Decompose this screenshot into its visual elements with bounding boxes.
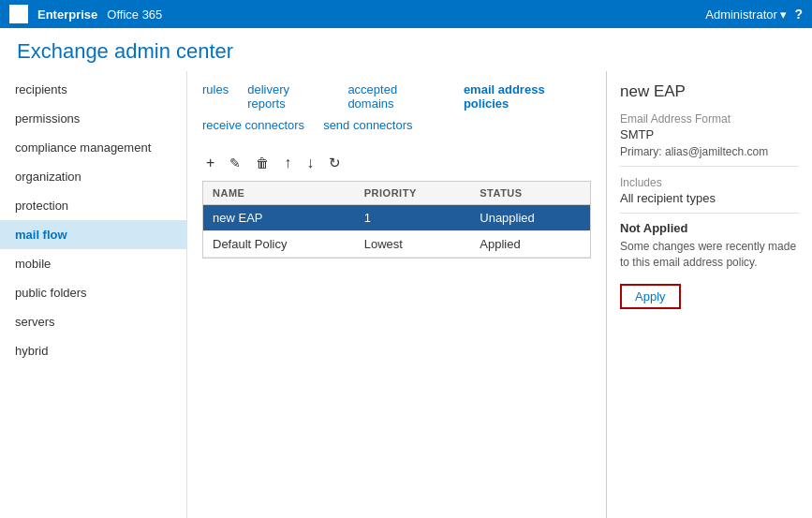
divider1	[620, 166, 799, 167]
sidebar-item-recipients[interactable]: recipients	[0, 75, 186, 104]
office-label: Office 365	[107, 7, 162, 22]
topbar-left: Enterprise Office 365	[9, 5, 162, 23]
tab-email-address-policies[interactable]: email address policies	[464, 81, 591, 112]
row-status: Unapplied	[470, 205, 590, 231]
tab-receive-connectors[interactable]: receive connectors	[202, 116, 304, 134]
help-icon[interactable]: ?	[794, 7, 803, 22]
col-priority: PRIORITY	[355, 182, 471, 205]
email-format-type: SMTP	[620, 127, 799, 141]
sidebar-item-servers[interactable]: servers	[0, 307, 186, 336]
subnav-row1: rules delivery reports accepted domains …	[202, 81, 591, 112]
subnav-row2: receive connectors send connectors	[202, 116, 413, 134]
tab-send-connectors[interactable]: send connectors	[323, 116, 412, 134]
add-button[interactable]: +	[202, 153, 218, 173]
divider2	[620, 213, 799, 214]
delete-button[interactable]: 🗑	[252, 154, 273, 172]
includes-value: All recipient types	[620, 191, 799, 205]
row-status: Applied	[470, 231, 590, 258]
content-main: rules delivery reports accepted domains …	[187, 71, 606, 518]
tab-delivery-reports[interactable]: delivery reports	[247, 81, 329, 112]
email-format-label: Email Address Format	[620, 112, 799, 126]
includes-label: Includes	[620, 176, 799, 189]
table-row[interactable]: new EAP 1 Unapplied	[203, 205, 590, 231]
detail-title: new EAP	[620, 82, 799, 101]
sidebar-item-protection[interactable]: protection	[0, 191, 186, 220]
table-header-row: NAME PRIORITY STATUS	[203, 182, 590, 205]
topbar-right: Administrator ▾ ?	[705, 7, 803, 22]
move-up-button[interactable]: ↑	[280, 153, 295, 173]
svg-rect-1	[20, 7, 26, 13]
sidebar-item-mobile[interactable]: mobile	[0, 249, 186, 278]
page-title: Exchange admin center	[17, 39, 795, 64]
enterprise-label: Enterprise	[37, 7, 97, 22]
edit-button[interactable]: ✎	[226, 154, 244, 172]
tab-rules[interactable]: rules	[202, 81, 229, 112]
app-logo	[9, 5, 28, 23]
topbar: Enterprise Office 365 Administrator ▾ ?	[0, 0, 812, 28]
row-priority: 1	[355, 205, 471, 231]
page-container: Exchange admin center recipients permiss…	[0, 28, 812, 518]
sidebar-item-compliance-management[interactable]: compliance management	[0, 133, 186, 162]
page-header: Exchange admin center	[0, 28, 812, 71]
not-applied-label: Not Applied	[620, 221, 799, 235]
policies-table: NAME PRIORITY STATUS new EAP 1 Unapplied	[203, 182, 590, 258]
admin-label[interactable]: Administrator ▾	[705, 7, 787, 22]
sidebar-item-hybrid[interactable]: hybrid	[0, 336, 186, 365]
sidebar-item-organization[interactable]: organization	[0, 162, 186, 191]
main-layout: recipients permissions compliance manage…	[0, 71, 812, 518]
changes-text: Some changes were recently made to this …	[620, 239, 799, 271]
row-name: new EAP	[203, 205, 355, 231]
col-name: NAME	[203, 182, 355, 205]
svg-rect-0	[11, 7, 18, 13]
move-down-button[interactable]: ↓	[303, 153, 317, 173]
col-status: STATUS	[470, 182, 590, 205]
svg-rect-2	[11, 15, 18, 22]
subnav: rules delivery reports accepted domains …	[202, 71, 591, 143]
sidebar-item-permissions[interactable]: permissions	[0, 104, 186, 133]
toolbar: + ✎ 🗑 ↑ ↓ ↻	[202, 143, 591, 181]
content-area: rules delivery reports accepted domains …	[187, 71, 812, 518]
refresh-button[interactable]: ↻	[325, 153, 345, 173]
sidebar: recipients permissions compliance manage…	[0, 71, 187, 518]
svg-rect-3	[20, 15, 26, 22]
table-container: NAME PRIORITY STATUS new EAP 1 Unapplied	[202, 181, 591, 259]
tab-accepted-domains[interactable]: accepted domains	[347, 81, 445, 112]
sidebar-item-public-folders[interactable]: public folders	[0, 278, 186, 307]
email-format-value: Primary: alias@jamiltech.com	[620, 145, 799, 158]
sidebar-item-mail-flow[interactable]: mail flow	[0, 220, 186, 249]
row-name: Default Policy	[203, 231, 355, 258]
apply-button[interactable]: Apply	[620, 284, 681, 309]
table-row[interactable]: Default Policy Lowest Applied	[203, 231, 590, 258]
detail-panel: new EAP Email Address Format SMTP Primar…	[606, 71, 812, 518]
row-priority: Lowest	[355, 231, 471, 258]
